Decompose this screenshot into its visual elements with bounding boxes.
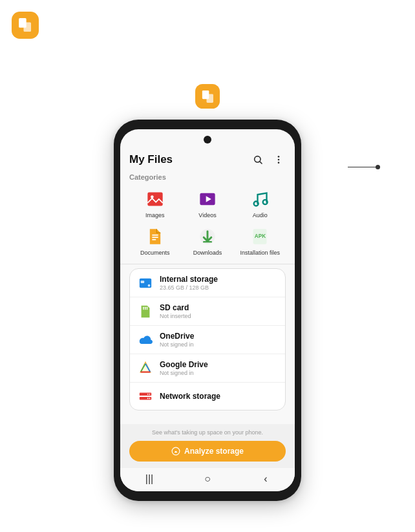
categories-section: Categories Images xyxy=(120,171,295,264)
svg-text:APK: APK xyxy=(255,233,266,239)
internal-storage-info: Internal storage 23.65 GB / 128 GB xyxy=(160,275,277,291)
network-svg xyxy=(138,389,153,403)
svg-point-36 xyxy=(149,394,151,395)
header-icons xyxy=(251,153,286,167)
search-button[interactable] xyxy=(251,153,265,167)
category-installation-files[interactable]: APK Installation files xyxy=(235,224,286,259)
images-label: Images xyxy=(145,212,165,218)
internal-svg xyxy=(138,276,153,290)
category-audio[interactable]: Audio xyxy=(235,186,286,221)
audio-label: Audio xyxy=(253,212,268,218)
onedrive-sub: Not signed in xyxy=(160,341,277,348)
screen-header: My Files xyxy=(120,147,295,171)
screen-content: My Files xyxy=(120,129,295,491)
category-videos[interactable]: Videos xyxy=(182,186,233,221)
onedrive-svg xyxy=(138,333,153,347)
gdrive-info: Google Drive Not signed in xyxy=(160,360,277,376)
categories-label: Categories xyxy=(129,173,286,181)
svg-rect-3 xyxy=(206,94,213,102)
audio-svg xyxy=(251,190,269,208)
bottom-section: See what's taking up space on your phone… xyxy=(120,424,295,468)
documents-label: Documents xyxy=(140,250,170,256)
nav-back-button[interactable]: ||| xyxy=(140,473,159,485)
svg-point-15 xyxy=(263,200,268,204)
nav-back-icon: ||| xyxy=(145,473,153,484)
svg-point-14 xyxy=(254,202,259,206)
category-images[interactable]: Images xyxy=(129,186,180,221)
audio-icon xyxy=(250,189,270,209)
sd-name: SD card xyxy=(160,303,277,312)
svg-rect-1 xyxy=(24,23,32,32)
top-left-app-icon xyxy=(12,12,39,39)
apk-icon: APK xyxy=(250,226,270,247)
sd-sub: Not inserted xyxy=(160,313,277,319)
search-icon xyxy=(253,154,263,165)
download-svg xyxy=(198,228,217,246)
analyze-icon xyxy=(171,447,180,456)
document-svg xyxy=(146,228,164,246)
gdrive-svg xyxy=(138,361,153,376)
svg-point-7 xyxy=(278,159,280,161)
category-downloads[interactable]: Downloads xyxy=(182,224,233,259)
svg-point-8 xyxy=(278,162,280,164)
storage-item-gdrive[interactable]: Google Drive Not signed in xyxy=(130,354,285,383)
files-icon xyxy=(17,17,33,33)
phone-camera xyxy=(204,136,211,144)
storage-item-onedrive[interactable]: OneDrive Not signed in xyxy=(130,326,285,354)
internal-storage-sub: 23.65 GB / 128 GB xyxy=(160,284,277,291)
nav-bar: ||| ○ ‹ xyxy=(120,468,295,491)
storage-item-internal[interactable]: Internal storage 23.65 GB / 128 GB xyxy=(130,269,285,297)
google-drive-icon xyxy=(138,361,153,376)
internal-storage-name: Internal storage xyxy=(160,275,277,284)
more-button[interactable] xyxy=(271,153,286,167)
installation-files-label: Installation files xyxy=(240,250,281,256)
svg-point-39 xyxy=(147,398,149,399)
gdrive-name: Google Drive xyxy=(160,360,277,369)
phone-frame: My Files xyxy=(114,120,301,501)
sd-info: SD card Not inserted xyxy=(160,303,277,319)
network-info: Network storage xyxy=(160,392,277,401)
callout-line-more xyxy=(348,167,380,167)
network-storage-icon xyxy=(138,388,153,404)
page-title: My Files xyxy=(129,153,173,166)
svg-point-38 xyxy=(147,394,149,395)
nav-recent-icon: ‹ xyxy=(264,473,267,484)
storage-list: Internal storage 23.65 GB / 128 GB xyxy=(129,268,286,410)
svg-point-6 xyxy=(278,156,280,158)
network-name: Network storage xyxy=(160,392,277,401)
divider xyxy=(120,264,295,264)
svg-rect-24 xyxy=(141,281,145,283)
nav-home-button[interactable]: ○ xyxy=(198,473,217,485)
storage-item-network[interactable]: Network storage xyxy=(130,383,285,410)
downloads-label: Downloads xyxy=(193,250,222,256)
onedrive-name: OneDrive xyxy=(160,332,277,341)
nav-recent-button[interactable]: ‹ xyxy=(256,473,275,485)
svg-rect-28 xyxy=(147,306,147,310)
video-icon xyxy=(197,189,218,209)
nav-home-icon: ○ xyxy=(204,473,211,484)
analyze-label: Analyze storage xyxy=(184,447,244,456)
sd-card-icon xyxy=(138,304,153,319)
svg-rect-9 xyxy=(147,193,162,206)
more-icon xyxy=(273,154,284,165)
storage-item-sd[interactable]: SD card Not inserted xyxy=(130,297,285,326)
svg-rect-27 xyxy=(145,306,145,310)
image-svg xyxy=(146,190,164,208)
document-icon xyxy=(145,226,165,247)
svg-line-5 xyxy=(260,162,262,164)
analyze-storage-button[interactable]: Analyze storage xyxy=(129,441,286,462)
videos-label: Videos xyxy=(198,212,216,218)
center-app-icon xyxy=(195,84,220,109)
categories-grid: Images Videos xyxy=(129,186,286,259)
download-icon xyxy=(197,226,218,247)
phone-screen: My Files xyxy=(120,129,295,491)
onedrive-icon xyxy=(138,332,153,348)
image-icon xyxy=(145,189,165,209)
bottom-hint: See what's taking up space on your phone… xyxy=(129,429,286,436)
apk-svg: APK xyxy=(251,228,269,246)
files-icon-center xyxy=(200,89,215,104)
category-documents[interactable]: Documents xyxy=(129,224,180,259)
internal-storage-icon xyxy=(138,275,153,291)
svg-point-37 xyxy=(149,398,151,399)
svg-point-25 xyxy=(148,284,151,286)
